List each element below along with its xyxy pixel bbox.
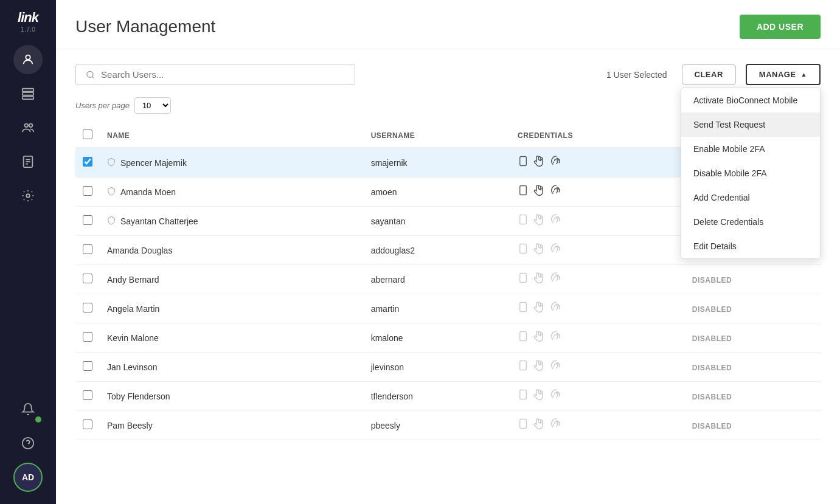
hand-credential-icon <box>533 271 546 288</box>
select-all-checkbox[interactable] <box>83 129 92 139</box>
row-checkbox[interactable] <box>83 215 92 225</box>
svg-point-0 <box>26 55 30 60</box>
search-icon <box>86 70 95 80</box>
mobile-credential-icon <box>518 417 529 433</box>
page-title: User Management <box>75 17 215 36</box>
notification-dot <box>35 416 41 423</box>
dropdown-item-enable-2fa[interactable]: Enable Mobile 2FA <box>681 137 820 161</box>
shield-icon <box>107 186 116 198</box>
user-avatar[interactable]: AD <box>13 463 43 492</box>
row-checkbox[interactable] <box>83 332 92 342</box>
svg-rect-2 <box>23 92 33 95</box>
search-input[interactable] <box>101 69 345 80</box>
table-row[interactable]: Angela MartinamartinDISABLED <box>75 294 821 323</box>
sidebar-item-settings[interactable] <box>13 181 43 210</box>
th-name: NAME <box>100 123 364 148</box>
cell-name: Pam Beesly <box>100 411 364 440</box>
row-checkbox[interactable] <box>83 390 92 400</box>
sidebar-item-help[interactable] <box>13 429 43 458</box>
manage-button[interactable]: MANAGE ▲ <box>746 64 821 85</box>
cell-name: Angela Martin <box>100 294 364 323</box>
user-name: Angela Martin <box>107 304 159 314</box>
cell-username: smajernik <box>364 148 510 178</box>
dropdown-item-send-test[interactable]: Send Test Request <box>681 112 820 137</box>
user-name: Toby Flenderson <box>107 392 170 401</box>
dropdown-item-edit-details[interactable]: Edit Details <box>681 234 820 258</box>
fingerprint-credential-icon <box>550 154 563 171</box>
sidebar-item-users[interactable] <box>13 113 43 142</box>
fingerprint-credential-icon <box>550 271 563 288</box>
fingerprint-credential-icon <box>550 300 563 317</box>
table-row[interactable]: Toby FlendersontflendersonDISABLED <box>75 382 821 411</box>
table-row[interactable]: Jan LevinsonjlevinsonDISABLED <box>75 353 821 382</box>
row-checkbox[interactable] <box>83 419 92 429</box>
dropdown-item-activate-bioconnect[interactable]: Activate BioConnect Mobile <box>681 88 820 112</box>
row-checkbox[interactable] <box>83 361 92 371</box>
th-credentials: CREDENTIALS <box>510 123 685 148</box>
bell-icon <box>21 402 35 416</box>
user-name: Amanda Moen <box>120 187 176 197</box>
cell-username: abernard <box>364 265 510 294</box>
sidebar-item-user-profile[interactable] <box>13 45 43 74</box>
settings-icon <box>21 189 35 202</box>
add-user-button[interactable]: ADD USER <box>740 15 821 39</box>
cell-username: amoen <box>364 178 510 207</box>
svg-line-14 <box>92 76 94 78</box>
table-row[interactable]: Kevin MalonekmaloneDISABLED <box>75 323 821 353</box>
sidebar-item-notifications[interactable] <box>13 395 43 424</box>
hand-credential-icon <box>533 154 546 171</box>
row-checkbox[interactable] <box>83 303 92 312</box>
mobile-credential-icon <box>518 271 529 288</box>
hand-credential-icon <box>533 417 546 433</box>
cell-username: pbeesly <box>364 411 510 440</box>
mobile-credential-icon <box>518 359 529 375</box>
table-row[interactable]: Pam BeeslypbeeslyDISABLED <box>75 411 821 440</box>
cell-credentials <box>510 236 685 265</box>
row-checkbox[interactable] <box>83 186 92 196</box>
cell-mobile-status: DISABLED <box>685 294 821 323</box>
users-icon <box>21 121 35 134</box>
page-content: 1 User Selected CLEAR MANAGE ▲ Activate … <box>56 49 840 504</box>
hand-credential-icon <box>533 388 546 404</box>
dropdown-item-disable-2fa[interactable]: Disable Mobile 2FA <box>681 161 820 185</box>
row-checkbox[interactable] <box>83 157 92 167</box>
status-badge: DISABLED <box>692 364 732 372</box>
cell-name: Kevin Malone <box>100 323 364 353</box>
status-badge: DISABLED <box>692 422 732 430</box>
cell-mobile-status: DISABLED <box>685 353 821 382</box>
cell-credentials <box>510 265 685 294</box>
svg-point-13 <box>87 71 93 77</box>
table-row[interactable]: Andy BernardabernardDISABLED <box>75 265 821 294</box>
cell-mobile-status: DISABLED <box>685 323 821 353</box>
per-page-select[interactable]: 10 25 50 100 <box>134 97 171 114</box>
mobile-credential-icon <box>518 300 529 317</box>
cell-name: Spencer Majernik <box>100 148 364 178</box>
status-badge: DISABLED <box>692 276 732 285</box>
cell-name: Amanda Moen <box>100 178 364 207</box>
cell-mobile-status: DISABLED <box>685 411 821 440</box>
sidebar: link 1.7.0 <box>0 0 56 504</box>
th-username: USERNAME <box>364 123 510 148</box>
user-name: Jan Levinson <box>107 362 158 372</box>
row-checkbox[interactable] <box>83 274 92 283</box>
th-checkbox <box>75 123 100 148</box>
hand-credential-icon <box>533 300 546 317</box>
user-name: Sayantan Chatterjee <box>120 216 198 226</box>
svg-point-10 <box>26 194 30 198</box>
mobile-credential-icon <box>518 242 529 258</box>
cell-name: Sayantan Chatterjee <box>100 207 364 236</box>
clear-button[interactable]: CLEAR <box>682 64 736 85</box>
cell-name: Toby Flenderson <box>100 382 364 411</box>
cell-credentials <box>510 148 685 178</box>
cell-credentials <box>510 411 685 440</box>
sidebar-bottom: AD <box>13 392 43 504</box>
help-icon <box>21 437 35 450</box>
sidebar-item-document[interactable] <box>13 147 43 176</box>
row-checkbox[interactable] <box>83 244 92 254</box>
cell-name: Jan Levinson <box>100 353 364 382</box>
dropdown-item-add-credential[interactable]: Add Credential <box>681 185 820 210</box>
dropdown-item-delete-credentials[interactable]: Delete Credentials <box>681 210 820 234</box>
search-box <box>75 64 355 85</box>
cell-mobile-status: DISABLED <box>685 265 821 294</box>
sidebar-item-storage[interactable] <box>13 79 43 108</box>
